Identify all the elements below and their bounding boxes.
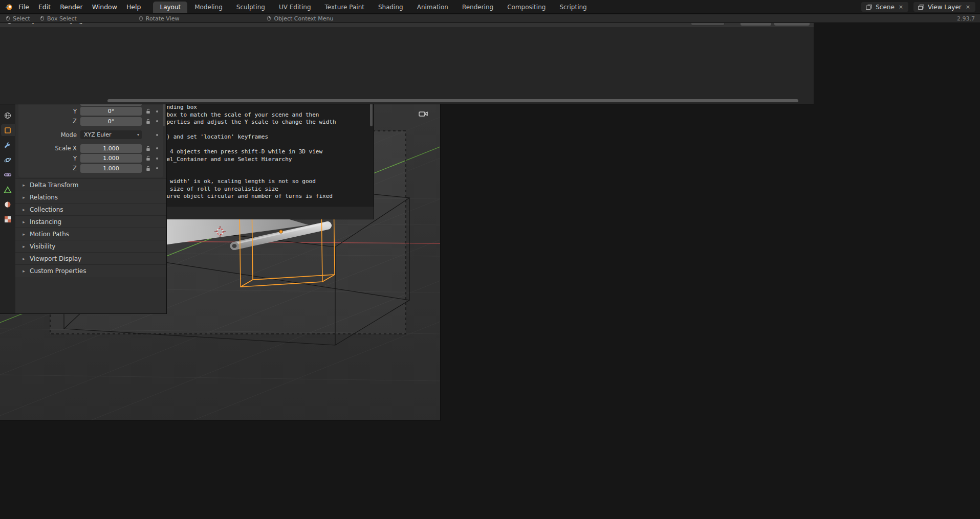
scene-name: Scene — [876, 4, 895, 11]
scale-z-row: Z 1.000 — [18, 164, 163, 174]
horizontal-scrollbar[interactable] — [107, 99, 798, 102]
tab-physics[interactable] — [1, 154, 15, 166]
rotation-mode-dropdown[interactable]: XYZ Euler ▾ — [80, 130, 142, 139]
panel-instancing[interactable]: ▸Instancing — [15, 215, 166, 228]
blender-version: 2.93.7 — [957, 15, 975, 22]
tab-object-data[interactable] — [1, 184, 15, 195]
rotation-y-row: Y 0° — [18, 106, 163, 117]
animate-dot[interactable] — [154, 157, 161, 160]
scale-z-field[interactable]: 1.000 — [80, 164, 142, 173]
tab-layout[interactable]: Layout — [153, 2, 187, 13]
lock-icon[interactable] — [145, 165, 151, 172]
panel-title: Custom Properties — [30, 267, 86, 275]
tab-uv-editing[interactable]: UV Editing — [272, 2, 318, 13]
topbar: File Edit Render Window Help Layout Mode… — [0, 0, 980, 14]
field-label: Y — [25, 108, 77, 115]
tab-constraints[interactable] — [1, 169, 15, 180]
keymap-select: Select — [5, 15, 30, 22]
menu-file[interactable]: File — [14, 2, 33, 12]
rotation-z-row: Z 0° — [18, 117, 163, 127]
view-layer-name: View Layer — [928, 4, 962, 11]
tab-object[interactable] — [1, 124, 15, 136]
panel-title: Relations — [30, 194, 58, 201]
view-layer-icon — [918, 4, 925, 11]
tab-animation[interactable]: Animation — [410, 2, 455, 13]
left-mouse-drag-icon — [39, 15, 45, 22]
tab-rendering[interactable]: Rendering — [455, 2, 500, 13]
animate-dot[interactable] — [154, 110, 161, 112]
keymap-rotate-view: Rotate View — [138, 15, 180, 22]
keymap-label: Select — [13, 15, 30, 22]
keymap-label: Object Context Menu — [274, 15, 333, 22]
scene-unlink-button[interactable]: × — [898, 4, 904, 10]
roller-origin-dot — [279, 230, 282, 233]
animate-dot[interactable] — [154, 147, 161, 149]
lock-icon[interactable] — [145, 145, 151, 152]
panel-title: Motion Paths — [30, 231, 69, 238]
field-label: Z — [25, 118, 77, 125]
tab-material[interactable] — [1, 198, 15, 210]
panel-relations[interactable]: ▸Relations — [15, 191, 166, 203]
panel-collections[interactable]: ▸Collections — [15, 203, 166, 215]
keymap-label: Box Select — [47, 15, 77, 22]
panel-visibility[interactable]: ▸Visibility — [15, 240, 166, 252]
panel-motion-paths[interactable]: ▸Motion Paths — [15, 228, 166, 240]
animate-dot[interactable] — [154, 134, 161, 136]
menu-render[interactable]: Render — [56, 2, 87, 12]
scene-selector[interactable]: Scene × — [861, 2, 909, 12]
keymap-label: Rotate View — [146, 15, 180, 22]
lock-icon[interactable] — [145, 155, 151, 162]
status-bar: Select Box Select Rotate View Object Con… — [0, 14, 980, 22]
field-label: Scale X — [25, 145, 77, 152]
animate-dot[interactable] — [154, 120, 161, 122]
tab-modeling[interactable]: Modeling — [188, 2, 229, 13]
tab-texture-paint[interactable]: Texture Paint — [318, 2, 371, 13]
field-label: Z — [25, 165, 77, 172]
panel-delta-transform[interactable]: ▸Delta Transform — [15, 178, 166, 191]
rotation-z-field[interactable]: 0° — [80, 117, 142, 126]
scale-y-row: Y 1.000 — [18, 153, 163, 164]
scale-y-field[interactable]: 1.000 — [80, 154, 142, 163]
panel-viewport-display[interactable]: ▸Viewport Display — [15, 252, 166, 264]
workspace-tabs: Layout Modeling Sculpting UV Editing Tex… — [153, 2, 593, 13]
rotation-mode-row: Mode XYZ Euler ▾ — [18, 130, 163, 140]
panel-title: Collections — [30, 206, 63, 213]
panel-title: Delta Transform — [30, 182, 79, 189]
keymap-context-menu: Object Context Menu — [266, 15, 333, 22]
panel-title: Visibility — [30, 243, 55, 250]
tab-shading[interactable]: Shading — [372, 2, 410, 13]
rotation-y-field[interactable]: 0° — [80, 107, 142, 116]
keymap-box-select: Box Select — [39, 15, 77, 22]
tab-scripting[interactable]: Scripting — [553, 2, 593, 13]
rotation-mode-value: XYZ Euler — [84, 131, 112, 138]
lock-icon[interactable] — [145, 108, 151, 115]
view-layer-unlink-button[interactable]: × — [965, 4, 971, 10]
panel-custom-properties[interactable]: ▸Custom Properties — [15, 264, 166, 277]
tab-world[interactable] — [1, 109, 15, 121]
scale-x-row: Scale X 1.000 — [18, 144, 163, 154]
timeline: ▾ Playback▾ Keying▾ View Marker 44 Start… — [0, 14, 814, 104]
tab-modifiers[interactable] — [1, 139, 15, 151]
blender-logo-icon[interactable] — [4, 3, 13, 12]
middle-mouse-icon — [138, 15, 144, 22]
menu-window[interactable]: Window — [88, 2, 121, 12]
menu-help[interactable]: Help — [122, 2, 145, 12]
field-label: Mode — [25, 131, 77, 139]
animate-dot[interactable] — [154, 167, 161, 169]
lock-icon[interactable] — [145, 118, 151, 125]
panel-title: Viewport Display — [30, 255, 81, 262]
scene-icon — [865, 4, 873, 11]
tab-sculpting[interactable]: Sculpting — [230, 2, 272, 13]
scale-x-field[interactable]: 1.000 — [80, 144, 142, 153]
menu-edit[interactable]: Edit — [34, 2, 55, 12]
tab-texture[interactable] — [1, 213, 15, 225]
tab-compositing[interactable]: Compositing — [500, 2, 552, 13]
panel-title: Instancing — [30, 218, 61, 225]
right-mouse-icon — [266, 15, 272, 22]
view-layer-selector[interactable]: View Layer × — [913, 2, 976, 12]
left-mouse-icon — [5, 15, 11, 22]
field-label: Y — [25, 155, 77, 162]
